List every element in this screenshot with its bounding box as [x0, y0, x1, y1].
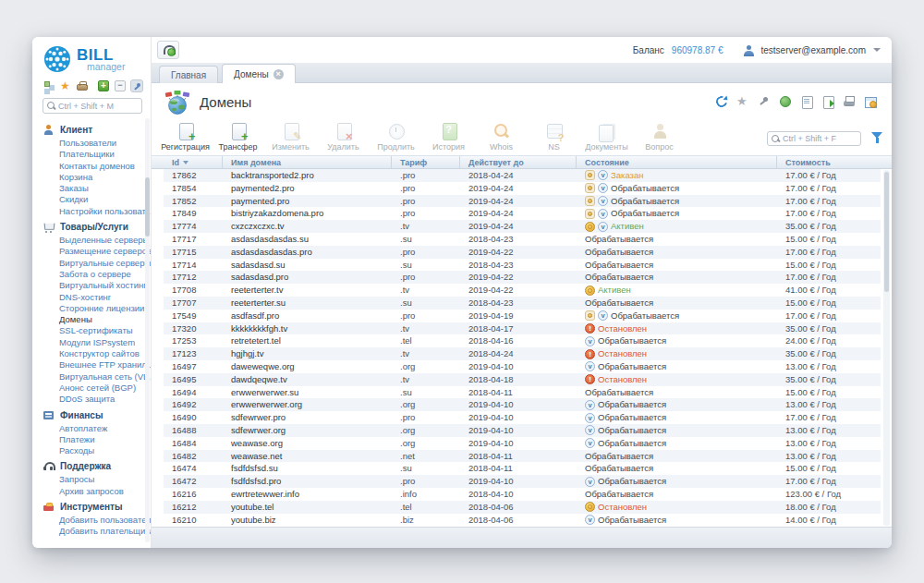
- sidebar-item[interactable]: Добавить пользователя: [32, 515, 151, 526]
- table-row[interactable]: 16212 youtube.tel .tel 2018-04-06 Остано…: [164, 501, 881, 514]
- sidebar-item[interactable]: Забота о сервере: [32, 269, 151, 280]
- table-row[interactable]: 17852 paymented.pro .pro 2019-04-24 Обра…: [164, 195, 881, 208]
- sidebar-item[interactable]: Анонс сетей (BGP): [32, 383, 151, 394]
- table-search[interactable]: [767, 131, 861, 146]
- sidebar-scrollbar-thumb[interactable]: [145, 177, 150, 237]
- sidebar-item[interactable]: Добавить плательщика: [32, 526, 151, 537]
- column-header-id[interactable]: Id: [164, 156, 223, 168]
- star-icon[interactable]: [736, 95, 749, 108]
- pin-icon[interactable]: [130, 79, 143, 92]
- collapse-minus-icon[interactable]: [114, 79, 127, 92]
- table-settings-icon[interactable]: [864, 95, 877, 108]
- table-row[interactable]: 17717 asdasdasdasdas.su .su 2018-04-23 О…: [164, 233, 881, 246]
- sidebar-scrollbar[interactable]: [145, 118, 150, 542]
- table-row[interactable]: 17712 sadasdasd.pro .pro 2019-04-22 Обра…: [164, 271, 881, 284]
- balance-value[interactable]: 960978.87 €: [672, 45, 723, 55]
- sidebar-item[interactable]: Запросы: [32, 474, 151, 485]
- tab[interactable]: Главная: [159, 66, 218, 83]
- table-row[interactable]: 17714 sadasdasd.su .su 2018-04-23 Обраба…: [164, 259, 881, 272]
- table-row[interactable]: 17253 retretetert.tel .tel 2018-04-16 Об…: [164, 334, 881, 347]
- column-header-tariff[interactable]: Тариф: [392, 156, 460, 168]
- sidebar-item[interactable]: Скидки: [32, 194, 151, 205]
- sidebar-item[interactable]: Архив запросов: [32, 486, 151, 497]
- table-scrollbar[interactable]: [883, 170, 890, 526]
- toolbar-button[interactable]: Продлить: [370, 123, 422, 152]
- table-scrollbar-thumb[interactable]: [884, 172, 889, 292]
- table-row[interactable]: 17707 reeterterter.su .su 2018-04-23 Обр…: [164, 297, 881, 310]
- sidebar-search[interactable]: [43, 98, 142, 114]
- toolbar-button[interactable]: Документы: [580, 123, 633, 152]
- table-row[interactable]: 16494 erwwerwerwer.su .su 2018-04-11 Обр…: [164, 386, 881, 399]
- table-row[interactable]: 16488 sdfewrwer.org .org 2019-04-10 Обра…: [164, 424, 881, 437]
- export-icon[interactable]: [821, 95, 834, 108]
- report-icon[interactable]: [800, 95, 813, 108]
- chevron-down-icon[interactable]: [873, 48, 881, 52]
- table-row[interactable]: 16482 weawase.net .net 2018-04-11 Обраба…: [164, 450, 881, 463]
- toolbar-button[interactable]: Регистрация: [159, 123, 212, 152]
- table-row[interactable]: 17715 asdasdasdasdas.pro .pro 2019-04-22…: [164, 246, 881, 259]
- sidebar-item[interactable]: DDoS защита: [32, 394, 151, 405]
- favorites-star-icon[interactable]: [59, 79, 72, 92]
- print-icon[interactable]: [843, 95, 856, 108]
- table-row[interactable]: 17862 backtransported2.pro .pro 2018-04-…: [164, 169, 881, 182]
- tab[interactable]: Домены: [222, 64, 296, 83]
- table-row[interactable]: 17123 hgjhgj.tv .tv 2018-04-24 Остановле…: [164, 347, 881, 360]
- table-row[interactable]: 16492 erwwerwerwer.org .org 2019-04-10 О…: [164, 398, 881, 411]
- column-header-cost[interactable]: Стоимость: [777, 156, 881, 168]
- sidebar-item[interactable]: Конструктор сайтов: [32, 348, 151, 359]
- sidebar-item[interactable]: Пользователи: [32, 138, 151, 149]
- table-row[interactable]: 17774 cxzczxczxc.tv .tv 2019-04-24 Актив…: [164, 220, 881, 233]
- toolbar-button[interactable]: Удалить: [317, 123, 370, 152]
- sidebar-item[interactable]: Платежи: [32, 434, 151, 445]
- table-search-input[interactable]: [783, 134, 857, 143]
- toolbar-button[interactable]: NS: [528, 123, 580, 152]
- sidebar-item[interactable]: Плательщики: [32, 149, 151, 160]
- sidebar-item[interactable]: Расходы: [32, 445, 151, 456]
- sidebar-item[interactable]: Внешнее FTP хранил...: [32, 359, 151, 370]
- sidebar-item[interactable]: SSL-сертификаты: [32, 325, 151, 336]
- sidebar-item[interactable]: Выделенные серверы: [32, 235, 151, 246]
- filter-funnel-icon[interactable]: [871, 132, 882, 144]
- toolbar-button[interactable]: Изменить: [264, 123, 317, 152]
- sidebar-item[interactable]: Размещение серверов: [32, 246, 151, 257]
- table-row[interactable]: 16472 fsdfdsfsd.pro .pro 2019-04-10 Обра…: [164, 475, 881, 488]
- sidebar-item[interactable]: Настройки пользоват...: [32, 206, 151, 217]
- toolbar-button[interactable]: Whois: [475, 123, 528, 152]
- table-row[interactable]: 16216 ewrtretewwer.info .info 2018-04-10…: [164, 488, 881, 501]
- column-header-expires[interactable]: Действует до: [460, 156, 577, 168]
- table-row[interactable]: 16497 daweweqwe.org .org 2019-04-10 Обра…: [164, 360, 881, 373]
- expand-plus-icon[interactable]: [97, 79, 110, 92]
- table-row[interactable]: 16495 dawdqeqwe.tv .tv 2018-04-18 Остано…: [164, 373, 881, 386]
- sidebar-item[interactable]: Заказы: [32, 183, 151, 194]
- table-row[interactable]: 16490 sdfewrwer.pro .pro 2019-04-10 Обра…: [164, 411, 881, 424]
- toolbar-button[interactable]: Трансфер: [212, 123, 264, 152]
- sidebar-item[interactable]: Сторонние лицензии: [32, 303, 151, 314]
- sidebar-item[interactable]: Модули ISPsystem: [32, 337, 151, 348]
- support-headset-icon[interactable]: [157, 41, 179, 59]
- world-icon[interactable]: [779, 95, 792, 108]
- table-row[interactable]: 16484 weawase.org .org 2019-04-10 Обраба…: [164, 437, 881, 450]
- basket-icon[interactable]: [76, 79, 89, 92]
- sidebar-item[interactable]: Корзина: [32, 172, 151, 183]
- table-row[interactable]: 17549 asdfasdf.pro .pro 2019-04-19 Обраб…: [164, 310, 881, 322]
- toolbar-button[interactable]: История: [422, 123, 475, 152]
- sidebar-item[interactable]: Виртуальные серверы: [32, 258, 151, 269]
- table-row[interactable]: 17854 paymented2.pro .pro 2019-04-24 Обр…: [164, 182, 881, 195]
- table-row[interactable]: 17708 reeterterter.tv .tv 2019-04-22 Акт…: [164, 284, 881, 297]
- sidebar-item[interactable]: Виртуальный хостинг: [32, 280, 151, 291]
- table-row[interactable]: 16210 youtube.biz .biz 2018-04-06 Обраба…: [164, 514, 881, 527]
- refresh-icon[interactable]: [715, 95, 728, 108]
- pin-icon[interactable]: [758, 95, 771, 108]
- tree-view-icon[interactable]: [43, 79, 55, 92]
- column-header-status[interactable]: Состояние: [577, 156, 777, 168]
- sidebar-item[interactable]: Домены: [32, 314, 151, 325]
- sidebar-item[interactable]: Виртуальная сеть (VL...: [32, 371, 151, 383]
- sidebar-item[interactable]: Контакты доменов: [32, 161, 151, 172]
- user-email[interactable]: testserver@example.com: [760, 45, 866, 55]
- tab-close-icon[interactable]: [274, 69, 284, 79]
- table-row[interactable]: 16474 fsdfdsfsd.su .su 2018-04-11 Обраба…: [164, 462, 881, 475]
- sidebar-search-input[interactable]: [58, 102, 138, 111]
- sidebar-item[interactable]: DNS-хостинг: [32, 292, 151, 303]
- toolbar-button[interactable]: Вопрос: [633, 123, 686, 152]
- table-row[interactable]: 17320 kkkkkkkkfgh.tv .tv 2018-04-17 Оста…: [164, 322, 881, 335]
